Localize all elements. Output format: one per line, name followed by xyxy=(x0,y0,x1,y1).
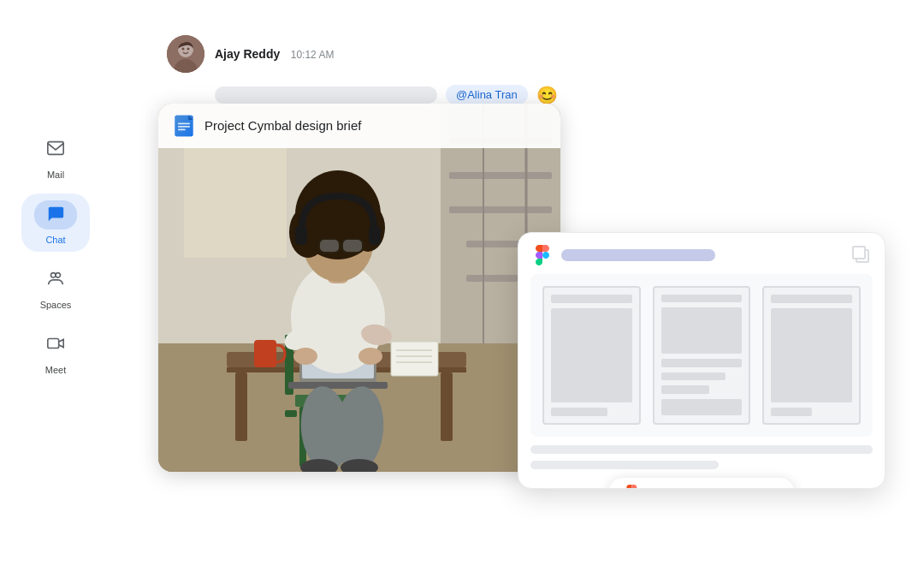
wf-bar xyxy=(661,295,743,303)
meet-icon xyxy=(46,334,65,353)
figma-wireframes-area xyxy=(530,274,873,437)
wf-bar xyxy=(661,372,726,381)
message-header: Ajay Reddy 10:12 AM xyxy=(167,35,886,73)
figma-badge-logo xyxy=(624,485,639,489)
app-container: Mail Chat Spaces xyxy=(0,0,924,566)
spaces-icon-wrapper xyxy=(34,265,77,295)
room-scene-svg xyxy=(158,104,560,472)
sidebar-item-mail[interactable]: Mail xyxy=(21,128,90,187)
emoji: 😊 xyxy=(536,85,558,105)
svg-rect-63 xyxy=(254,340,276,367)
docs-card-header: Project Cymbal design brief xyxy=(158,104,560,148)
bottom-line-short xyxy=(530,461,719,469)
google-docs-icon xyxy=(172,114,196,138)
svg-rect-28 xyxy=(235,372,247,441)
svg-rect-20 xyxy=(449,206,552,213)
figma-label-badge: Project Cymbal wireframes xyxy=(608,478,794,489)
docs-card-photo xyxy=(158,104,560,472)
sidebar-item-meet[interactable]: Meet xyxy=(21,324,90,382)
avatar-image xyxy=(167,35,204,73)
svg-rect-59 xyxy=(391,342,438,376)
mail-label: Mail xyxy=(47,170,64,180)
wf-bar xyxy=(771,408,811,416)
mail-icon xyxy=(46,139,65,158)
wf-medium-block xyxy=(661,307,743,354)
spaces-label: Spaces xyxy=(40,300,72,310)
meet-icon-wrapper xyxy=(34,331,77,360)
figma-copy-icon[interactable] xyxy=(852,246,871,265)
wireframe-block-2 xyxy=(653,286,751,425)
spaces-icon xyxy=(46,269,65,288)
chat-icon-wrapper xyxy=(34,200,77,229)
message-bubble xyxy=(215,86,437,104)
wf-large-block xyxy=(771,308,852,402)
svg-rect-10 xyxy=(178,122,190,124)
mention-tag: @Alina Tran xyxy=(446,85,528,104)
svg-rect-38 xyxy=(288,382,388,389)
wf-bar xyxy=(661,399,743,415)
svg-rect-12 xyxy=(178,128,186,130)
figma-bottom-lines xyxy=(518,445,885,469)
figma-logo xyxy=(532,245,553,265)
svg-rect-29 xyxy=(441,372,453,441)
wireframe-block-1 xyxy=(542,286,641,425)
wf-bar xyxy=(661,359,743,367)
svg-rect-0 xyxy=(48,142,63,155)
sidebar: Mail Chat Spaces xyxy=(0,0,111,566)
chat-label: Chat xyxy=(45,235,65,245)
avatar xyxy=(167,35,204,73)
wireframe-block-3 xyxy=(762,286,861,425)
svg-point-6 xyxy=(182,47,185,50)
message-row: @Alina Tran 😊 xyxy=(215,85,886,105)
wf-large-block xyxy=(551,308,632,402)
svg-point-7 xyxy=(187,47,190,50)
meet-label: Meet xyxy=(45,365,66,375)
svg-rect-19 xyxy=(449,172,552,179)
sidebar-item-chat[interactable]: Chat xyxy=(21,194,90,252)
sidebar-item-spaces[interactable]: Spaces xyxy=(21,259,90,317)
avatar-svg xyxy=(167,35,204,73)
mail-icon-wrapper xyxy=(34,135,77,164)
chat-icon xyxy=(46,204,65,223)
svg-rect-53 xyxy=(295,226,307,245)
svg-point-42 xyxy=(293,348,317,365)
figma-label-text: Project Cymbal wireframes xyxy=(646,486,779,489)
svg-rect-54 xyxy=(369,226,381,245)
svg-rect-3 xyxy=(48,339,59,349)
svg-point-43 xyxy=(358,348,382,365)
docs-card[interactable]: Project Cymbal design brief xyxy=(158,104,560,472)
svg-rect-33 xyxy=(285,410,297,417)
wf-bar xyxy=(771,295,852,303)
chat-area: Ajay Reddy 10:12 AM @Alina Tran 😊 xyxy=(150,35,886,532)
svg-rect-51 xyxy=(342,239,363,253)
wf-bar xyxy=(551,408,607,416)
wf-bar xyxy=(551,295,632,303)
figma-title-bar xyxy=(561,249,715,261)
wf-bar xyxy=(661,385,710,394)
message-timestamp: 10:12 AM xyxy=(291,49,335,61)
svg-point-2 xyxy=(56,273,61,278)
main-content: Ajay Reddy 10:12 AM @Alina Tran 😊 xyxy=(111,0,924,566)
svg-rect-50 xyxy=(319,239,340,253)
sender-name: Ajay Reddy xyxy=(215,47,280,61)
figma-left xyxy=(532,245,715,265)
svg-rect-11 xyxy=(178,126,190,128)
sender-info: Ajay Reddy 10:12 AM xyxy=(215,46,334,62)
figma-card-header xyxy=(518,233,885,274)
bottom-line-full xyxy=(530,445,873,454)
docs-card-title: Project Cymbal design brief xyxy=(204,118,361,133)
figma-card[interactable]: Project Cymbal wireframes xyxy=(518,232,886,489)
